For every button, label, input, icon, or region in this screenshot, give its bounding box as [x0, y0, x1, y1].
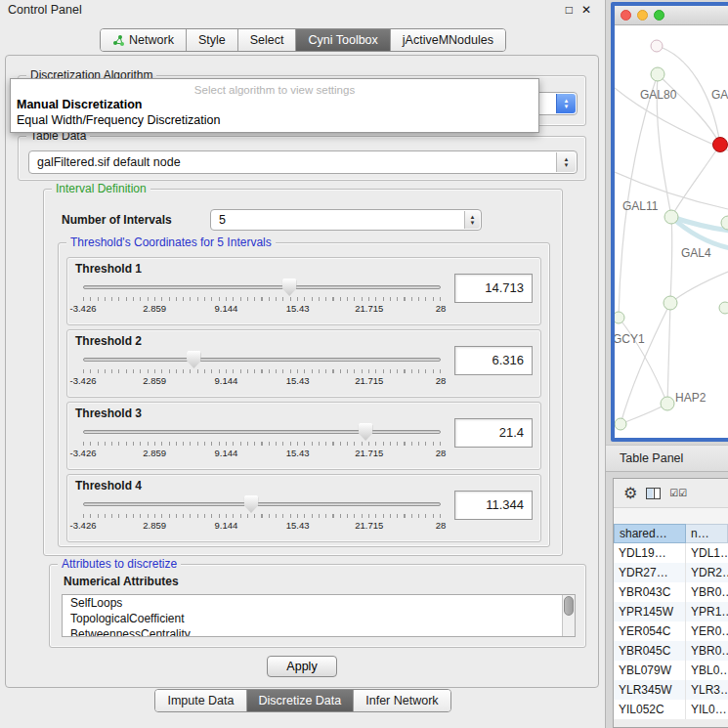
- tab-style[interactable]: Style: [186, 29, 237, 51]
- network-node[interactable]: [664, 210, 678, 224]
- select-columns-checkbox-icons[interactable]: ☑☑: [669, 488, 687, 498]
- apply-button[interactable]: Apply: [267, 656, 337, 677]
- table-row[interactable]: YER054C YER0…: [614, 621, 728, 641]
- network-node[interactable]: [651, 67, 664, 81]
- node-label: HAP2: [675, 391, 707, 405]
- cell-shared-name[interactable]: YPR145W: [614, 602, 686, 621]
- network-view-window[interactable]: GAL80 GA GAL11 GAL4 GCY1 HAP2: [611, 2, 728, 442]
- list-item[interactable]: TopologicalCoefficient: [63, 611, 575, 626]
- slider-ticks: [83, 514, 441, 518]
- slider-thumb[interactable]: [244, 495, 259, 513]
- cell-shared-name[interactable]: YLR345W: [614, 680, 686, 700]
- network-graph: GAL80 GA GAL11 GAL4 GCY1 HAP2: [615, 25, 728, 438]
- table-row[interactable]: YBR045C YBR0…: [614, 641, 728, 661]
- table-row[interactable]: YDR27… YDR2…: [614, 563, 728, 582]
- network-canvas[interactable]: GAL80 GA GAL11 GAL4 GCY1 HAP2: [615, 25, 728, 438]
- slider-thumb[interactable]: [187, 351, 201, 368]
- tick-label: 9.144: [215, 448, 238, 458]
- cell-name[interactable]: YDL1…: [686, 543, 728, 563]
- table-row[interactable]: YBL079W YBL0…: [614, 661, 728, 680]
- float-window-icon[interactable]: □: [566, 0, 573, 20]
- columns-icon[interactable]: [646, 488, 661, 499]
- tab-label: Discretize Data: [259, 694, 342, 707]
- network-node[interactable]: [664, 296, 677, 310]
- network-node[interactable]: [651, 40, 663, 52]
- network-node[interactable]: [615, 418, 626, 430]
- slider-tick-labels: -3.426 2.859 9.144 15.43 21.715 28: [83, 375, 441, 387]
- cyni-toolbox-panel: Discretization Algorithm ▲▼ Table Data g…: [5, 55, 599, 688]
- control-panel-titlebar: Control Panel □ ✕: [0, 0, 605, 20]
- tab-infer-network[interactable]: Infer Network: [353, 690, 450, 711]
- threshold-value-field[interactable]: 21.4: [454, 418, 533, 448]
- tab-network[interactable]: Network: [101, 29, 186, 51]
- slider-track[interactable]: [83, 502, 441, 506]
- table-row[interactable]: YLR345W YLR3…: [614, 680, 728, 700]
- tab-discretize-data[interactable]: Discretize Data: [246, 690, 354, 711]
- cell-shared-name[interactable]: YER054C: [614, 621, 686, 641]
- slider-thumb[interactable]: [282, 278, 297, 296]
- list-item[interactable]: SelfLoops: [63, 595, 575, 611]
- threshold-slider[interactable]: -3.426 2.859 9.144 15.43 21.715 28: [83, 278, 441, 319]
- combobox-stepper-icon[interactable]: ▲▼: [464, 211, 480, 229]
- close-traffic-light-icon[interactable]: [621, 10, 631, 21]
- cell-name[interactable]: YER0…: [686, 621, 728, 641]
- cell-shared-name[interactable]: YDR27…: [614, 563, 686, 582]
- table-toolbar: ⚙ ☑☑: [614, 479, 728, 508]
- table-row[interactable]: YIL052C YIL0…: [614, 700, 728, 719]
- network-node-selected-red[interactable]: [713, 138, 728, 152]
- threshold-value-field[interactable]: 14.713: [454, 274, 533, 303]
- tick-label: -3.426: [70, 303, 97, 314]
- close-icon[interactable]: ✕: [581, 0, 591, 20]
- number-of-intervals-combobox[interactable]: 5 ▲▼: [210, 209, 482, 231]
- threshold-value-field[interactable]: 6.316: [454, 346, 533, 375]
- combobox-stepper-icon[interactable]: ▲▼: [556, 152, 576, 172]
- table-row[interactable]: YDL19… YDL1…: [614, 543, 728, 563]
- scrollbar[interactable]: [562, 595, 575, 636]
- threshold-slider[interactable]: -3.426 2.859 9.144 15.43 21.715 28: [83, 494, 441, 535]
- column-header-shared-name[interactable]: shared…: [614, 524, 686, 543]
- cell-name[interactable]: YPR1…: [686, 602, 728, 621]
- threshold-slider[interactable]: -3.426 2.859 9.144 15.43 21.715 28: [83, 422, 441, 463]
- cell-name[interactable]: YBR0…: [686, 582, 728, 602]
- cell-shared-name[interactable]: YIL052C: [614, 700, 686, 719]
- gear-icon[interactable]: ⚙: [623, 486, 637, 501]
- network-node[interactable]: [719, 302, 728, 314]
- tab-jactivemnodules[interactable]: jActiveMNodules: [390, 29, 505, 51]
- cell-shared-name[interactable]: YBL079W: [614, 661, 686, 680]
- list-item[interactable]: BetweennessCentrality: [63, 626, 575, 637]
- dropdown-hint: Select algorithm to view settings: [11, 79, 538, 96]
- thresholds-column: Threshold 1 -3.426 2.859 9.144: [66, 257, 541, 542]
- threshold-slider[interactable]: -3.426 2.859 9.144 15.43 21.715 28: [83, 350, 441, 391]
- tick-label: 9.144: [215, 303, 238, 314]
- cell-shared-name[interactable]: YDL19…: [614, 543, 686, 563]
- minimize-traffic-light-icon[interactable]: [637, 10, 648, 21]
- tab-select[interactable]: Select: [237, 29, 296, 51]
- cell-name[interactable]: YDR2…: [686, 563, 728, 582]
- cell-shared-name[interactable]: YBR043C: [614, 582, 686, 602]
- slider-track[interactable]: [83, 285, 441, 289]
- cell-name[interactable]: YBR0…: [686, 641, 728, 661]
- cell-shared-name[interactable]: YBR045C: [614, 641, 686, 661]
- cell-name[interactable]: YIL0…: [686, 700, 728, 719]
- cell-name[interactable]: YBL0…: [686, 661, 728, 680]
- table-row[interactable]: YPR145W YPR1…: [614, 602, 728, 621]
- group-label: Attributes to discretize: [58, 557, 181, 571]
- dropdown-item-equal-width-frequency[interactable]: Equal Width/Frequency Discretization: [11, 111, 538, 127]
- tick-label: 2.859: [143, 303, 166, 314]
- column-header-name[interactable]: n…: [686, 524, 728, 543]
- threshold-value-field[interactable]: 11.344: [454, 491, 533, 520]
- slider-thumb[interactable]: [359, 423, 373, 441]
- network-node[interactable]: [661, 397, 674, 410]
- combobox-stepper-icon[interactable]: ▲▼: [556, 94, 576, 113]
- cell-name[interactable]: YLR3…: [686, 680, 728, 700]
- tab-impute-data[interactable]: Impute Data: [155, 690, 245, 711]
- tab-cyni-toolbox[interactable]: Cyni Toolbox: [295, 29, 389, 51]
- table-data-combobox[interactable]: galFiltered.sif default node ▲▼: [28, 150, 578, 174]
- slider-track[interactable]: [83, 430, 441, 434]
- slider-track[interactable]: [83, 358, 441, 362]
- scrollbar-thumb[interactable]: [564, 596, 574, 616]
- table-row[interactable]: YBR043C YBR0…: [614, 582, 728, 602]
- zoom-traffic-light-icon[interactable]: [654, 10, 664, 21]
- network-node[interactable]: [615, 312, 624, 323]
- dropdown-item-manual-discretization[interactable]: Manual Discretization: [11, 96, 538, 111]
